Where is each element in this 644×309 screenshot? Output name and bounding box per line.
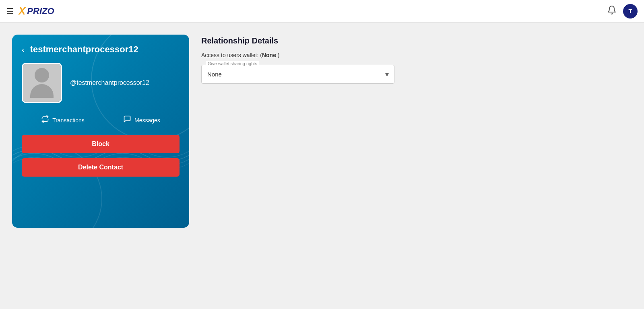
logo: X PRIZO [19, 5, 54, 17]
transactions-icon [41, 115, 49, 125]
messages-action[interactable]: Messages [123, 115, 160, 125]
navbar-right: T [607, 4, 638, 19]
wallet-access-close-paren: ) [276, 52, 280, 58]
logo-x: X [19, 5, 25, 17]
merchant-name: testmerchantprocessor12 [30, 44, 138, 55]
navbar-left: ☰ X PRIZO [6, 5, 54, 17]
delete-contact-button[interactable]: Delete Contact [22, 158, 180, 177]
bell-icon[interactable] [607, 5, 617, 17]
wallet-sharing-dropdown-wrapper: Give wallet sharing rights None View Ful… [201, 65, 394, 84]
avatar-body [30, 84, 54, 98]
wallet-access-value: None [262, 52, 276, 58]
username-text: @testmerchantprocessor12 [70, 79, 149, 87]
avatar-person [23, 64, 61, 102]
main-content: ‹ testmerchantprocessor12 @testmerchantp… [0, 23, 644, 240]
avatar-head [35, 68, 49, 82]
messages-label: Messages [134, 117, 160, 124]
hamburger-icon[interactable]: ☰ [6, 6, 14, 16]
transactions-label: Transactions [52, 117, 85, 124]
dropdown-label: Give wallet sharing rights [206, 61, 259, 66]
contact-card: ‹ testmerchantprocessor12 @testmerchantp… [12, 35, 189, 228]
block-button[interactable]: Block [22, 135, 180, 153]
relationship-panel: Relationship Details Access to users wal… [201, 35, 632, 84]
messages-icon [123, 115, 131, 125]
wallet-sharing-select[interactable]: None View Full Access [201, 65, 394, 84]
profile-section: @testmerchantprocessor12 [22, 63, 180, 103]
user-avatar[interactable]: T [623, 4, 638, 19]
wallet-access-prefix: Access to users wallet: [201, 52, 258, 58]
avatar [22, 63, 62, 103]
card-actions: Transactions Messages [22, 115, 180, 125]
wallet-access-text: Access to users wallet: (None ) [201, 52, 632, 58]
card-header: ‹ testmerchantprocessor12 [22, 44, 180, 55]
transactions-action[interactable]: Transactions [41, 115, 85, 125]
back-arrow-icon[interactable]: ‹ [22, 45, 25, 54]
panel-title: Relationship Details [201, 36, 632, 45]
navbar: ☰ X PRIZO T [0, 0, 644, 23]
logo-prizo: PRIZO [27, 6, 54, 16]
